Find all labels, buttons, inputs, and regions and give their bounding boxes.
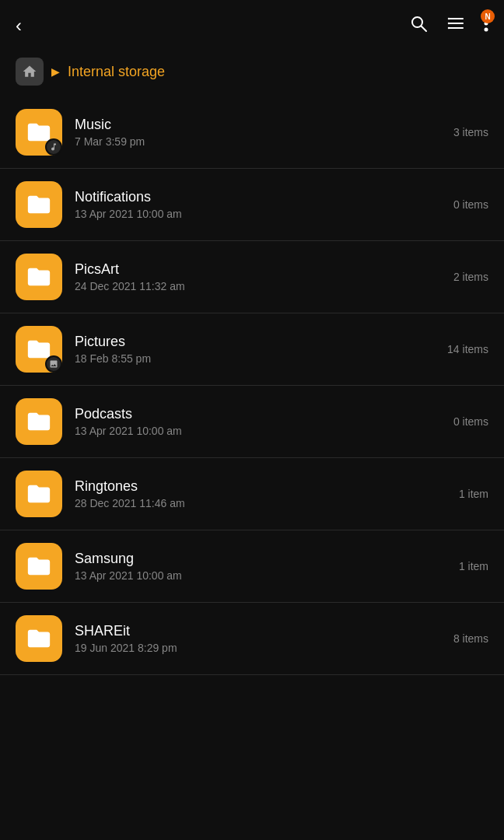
- list-view-button[interactable]: [446, 14, 465, 37]
- breadcrumb-arrow: ▶: [51, 65, 60, 78]
- home-icon[interactable]: [16, 58, 44, 86]
- folder-info: Podcasts 13 Apr 2021 10:00 am: [75, 406, 446, 437]
- folder-icon-wrapper: [16, 471, 62, 517]
- list-item[interactable]: Ringtones 28 Dec 2021 11:46 am 1 item: [0, 458, 504, 530]
- folder-name: Podcasts: [75, 406, 446, 422]
- list-item[interactable]: PicsArt 24 Dec 2021 11:32 am 2 items: [0, 241, 504, 313]
- folder-date: 13 Apr 2021 10:00 am: [75, 208, 446, 220]
- folder-icon-wrapper: [16, 326, 62, 373]
- breadcrumb-path: Internal storage: [68, 64, 165, 80]
- folder-count: 8 items: [453, 632, 488, 645]
- header-right: N: [409, 14, 488, 37]
- more-options-button[interactable]: N: [484, 14, 488, 37]
- list-item[interactable]: Notifications 13 Apr 2021 10:00 am 0 ite…: [0, 169, 504, 241]
- folder-icon: [16, 398, 62, 445]
- folder-name: SHAREit: [75, 623, 446, 639]
- folder-count: 1 item: [459, 560, 488, 572]
- folder-date: 13 Apr 2021 10:00 am: [75, 569, 451, 582]
- folder-info: Notifications 13 Apr 2021 10:00 am: [75, 189, 446, 220]
- folder-count: 14 items: [447, 343, 488, 355]
- folder-icon: [16, 543, 62, 590]
- folder-info: Pictures 18 Feb 8:55 pm: [75, 334, 439, 365]
- folder-icon-wrapper: [16, 615, 62, 662]
- folder-name: Pictures: [75, 334, 439, 350]
- folder-icon-wrapper: [16, 398, 62, 445]
- folder-date: 19 Jun 2021 8:29 pm: [75, 642, 446, 654]
- folder-info: Samsung 13 Apr 2021 10:00 am: [75, 551, 451, 582]
- folder-date: 18 Feb 8:55 pm: [75, 352, 439, 365]
- list-item[interactable]: SHAREit 19 Jun 2021 8:29 pm 8 items: [0, 603, 504, 675]
- folder-name: Ringtones: [75, 478, 451, 495]
- list-item[interactable]: Music 7 Mar 3:59 pm 3 items: [0, 96, 504, 169]
- back-button[interactable]: ‹: [16, 15, 22, 37]
- folder-icon-wrapper: [16, 543, 62, 590]
- folder-date: 13 Apr 2021 10:00 am: [75, 425, 446, 437]
- folder-info: PicsArt 24 Dec 2021 11:32 am: [75, 261, 446, 292]
- folder-icon: [16, 615, 62, 662]
- svg-point-10: [485, 28, 488, 32]
- folder-info: Ringtones 28 Dec 2021 11:46 am: [75, 478, 451, 509]
- breadcrumb: ▶ Internal storage: [0, 47, 504, 96]
- folder-count: 3 items: [453, 126, 488, 138]
- folder-date: 28 Dec 2021 11:46 am: [75, 497, 451, 509]
- folder-icon-wrapper: [16, 109, 62, 156]
- folder-list: Music 7 Mar 3:59 pm 3 items Notification…: [0, 96, 504, 675]
- folder-date: 24 Dec 2021 11:32 am: [75, 280, 446, 292]
- image-badge: [45, 355, 62, 373]
- folder-count: 1 item: [459, 488, 488, 500]
- folder-name: Samsung: [75, 551, 451, 567]
- folder-info: SHAREit 19 Jun 2021 8:29 pm: [75, 623, 446, 654]
- folder-count: 0 items: [453, 198, 488, 211]
- folder-icon: [16, 254, 62, 300]
- notification-badge: N: [481, 9, 495, 23]
- folder-info: Music 7 Mar 3:59 pm: [75, 117, 446, 148]
- music-badge: [45, 138, 62, 156]
- folder-count: 2 items: [453, 271, 488, 283]
- folder-name: PicsArt: [75, 261, 446, 278]
- folder-date: 7 Mar 3:59 pm: [75, 135, 446, 148]
- folder-icon-wrapper: [16, 181, 62, 228]
- folder-icon: [16, 181, 62, 228]
- svg-line-1: [422, 26, 427, 32]
- header-left: ‹: [16, 15, 22, 37]
- folder-name: Notifications: [75, 189, 446, 205]
- folder-icon-wrapper: [16, 254, 62, 300]
- folder-name: Music: [75, 117, 446, 133]
- list-item[interactable]: Samsung 13 Apr 2021 10:00 am 1 item: [0, 530, 504, 603]
- folder-icon: [16, 471, 62, 517]
- search-button[interactable]: [409, 14, 428, 37]
- folder-count: 0 items: [453, 415, 488, 428]
- header: ‹ N: [0, 0, 504, 47]
- list-item[interactable]: Pictures 18 Feb 8:55 pm 14 items: [0, 313, 504, 386]
- list-item[interactable]: Podcasts 13 Apr 2021 10:00 am 0 items: [0, 386, 504, 458]
